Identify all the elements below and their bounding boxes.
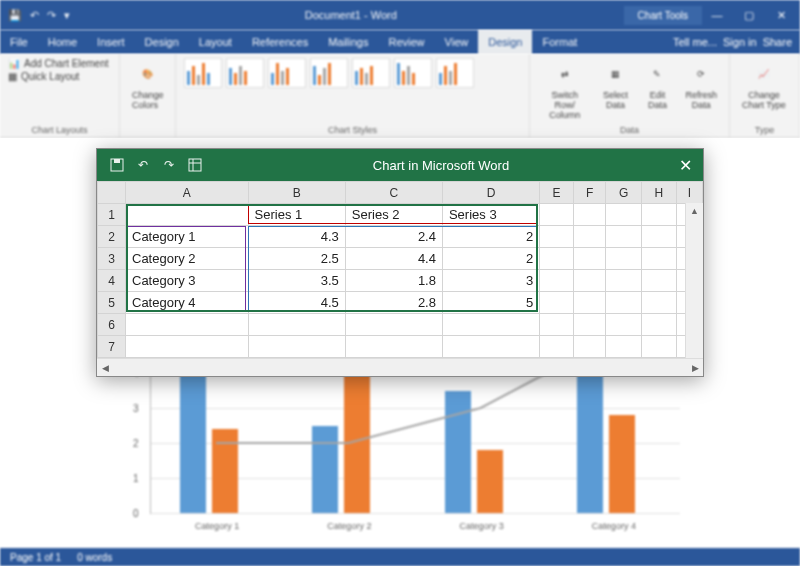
- chart-style-4[interactable]: [310, 58, 348, 88]
- bar[interactable]: [344, 359, 370, 513]
- page-indicator[interactable]: Page 1 of 1: [10, 552, 61, 563]
- cell[interactable]: [540, 226, 574, 248]
- cell[interactable]: [642, 248, 677, 270]
- scroll-left-icon[interactable]: ◀: [97, 360, 113, 376]
- cell[interactable]: [642, 270, 677, 292]
- switch-row-column-button[interactable]: ⇄Switch Row/ Column: [538, 58, 591, 122]
- cell[interactable]: [606, 226, 642, 248]
- scroll-right-icon[interactable]: ▶: [687, 360, 703, 376]
- column-header[interactable]: E: [540, 182, 574, 204]
- bar[interactable]: [180, 363, 206, 514]
- tab-layout[interactable]: Layout: [189, 30, 242, 54]
- row-header[interactable]: 3: [98, 248, 126, 270]
- cell[interactable]: 2: [442, 226, 539, 248]
- column-header[interactable]: G: [606, 182, 642, 204]
- cell[interactable]: Category 1: [126, 226, 249, 248]
- tab-home[interactable]: Home: [38, 30, 87, 54]
- cell[interactable]: Series 3: [442, 204, 539, 226]
- cell[interactable]: 4.4: [345, 248, 442, 270]
- column-header[interactable]: H: [642, 182, 677, 204]
- row-header[interactable]: 5: [98, 292, 126, 314]
- share-button[interactable]: Share: [763, 36, 792, 48]
- cell[interactable]: [540, 204, 574, 226]
- maximize-button[interactable]: ▢: [734, 4, 764, 26]
- row-header[interactable]: 2: [98, 226, 126, 248]
- cell[interactable]: 2.4: [345, 226, 442, 248]
- horizontal-scrollbar[interactable]: ◀ ▶: [97, 358, 703, 376]
- tab-insert[interactable]: Insert: [87, 30, 135, 54]
- row-header[interactable]: 4: [98, 270, 126, 292]
- scroll-up-icon[interactable]: ▲: [686, 203, 703, 219]
- cell[interactable]: [345, 314, 442, 336]
- cell[interactable]: [606, 248, 642, 270]
- cell[interactable]: [573, 292, 606, 314]
- cell[interactable]: [573, 314, 606, 336]
- cell[interactable]: 2.5: [248, 248, 345, 270]
- change-colors-button[interactable]: 🎨Change Colors: [128, 58, 168, 112]
- chart-style-2[interactable]: [226, 58, 264, 88]
- cell[interactable]: [606, 336, 642, 358]
- tab-references[interactable]: References: [242, 30, 318, 54]
- cell[interactable]: [642, 204, 677, 226]
- cell[interactable]: [540, 270, 574, 292]
- tab-design-doc[interactable]: Design: [135, 30, 189, 54]
- row-header[interactable]: 6: [98, 314, 126, 336]
- edit-data-button[interactable]: ✎Edit Data: [639, 58, 675, 112]
- excel-save-icon[interactable]: [109, 157, 125, 173]
- row-header[interactable]: 1: [98, 204, 126, 226]
- cell[interactable]: 3.5: [248, 270, 345, 292]
- column-header[interactable]: I: [676, 182, 702, 204]
- cell[interactable]: [642, 314, 677, 336]
- column-header[interactable]: C: [345, 182, 442, 204]
- row-header[interactable]: 7: [98, 336, 126, 358]
- undo-icon[interactable]: ↶: [30, 9, 39, 22]
- close-button[interactable]: ✕: [766, 4, 796, 26]
- cell[interactable]: [442, 314, 539, 336]
- cell[interactable]: [540, 336, 574, 358]
- cell[interactable]: [573, 336, 606, 358]
- cell[interactable]: [606, 314, 642, 336]
- cell[interactable]: [573, 226, 606, 248]
- cell[interactable]: Category 4: [126, 292, 249, 314]
- cell[interactable]: [573, 204, 606, 226]
- tell-me-search[interactable]: Tell me...: [673, 36, 717, 48]
- cell[interactable]: Series 1: [248, 204, 345, 226]
- cell[interactable]: [442, 336, 539, 358]
- excel-redo-icon[interactable]: ↷: [161, 157, 177, 173]
- cell[interactable]: 1.8: [345, 270, 442, 292]
- chart-style-3[interactable]: [268, 58, 306, 88]
- excel-undo-icon[interactable]: ↶: [135, 157, 151, 173]
- cell[interactable]: [606, 292, 642, 314]
- tab-view[interactable]: View: [435, 30, 479, 54]
- cell[interactable]: 5: [442, 292, 539, 314]
- bar[interactable]: [577, 356, 603, 514]
- vertical-scrollbar[interactable]: ▲: [685, 203, 703, 358]
- cell[interactable]: [126, 314, 249, 336]
- column-header[interactable]: B: [248, 182, 345, 204]
- bar[interactable]: [609, 415, 635, 513]
- refresh-data-button[interactable]: ⟳Refresh Data: [681, 58, 721, 112]
- redo-icon[interactable]: ↷: [47, 9, 56, 22]
- excel-close-button[interactable]: ✕: [667, 149, 703, 181]
- chart-style-7[interactable]: [436, 58, 474, 88]
- tab-design[interactable]: Design: [478, 30, 532, 54]
- cell[interactable]: [606, 204, 642, 226]
- chart-style-1[interactable]: [184, 58, 222, 88]
- cell[interactable]: [642, 292, 677, 314]
- cell[interactable]: [126, 336, 249, 358]
- select-all-corner[interactable]: [98, 182, 126, 204]
- spreadsheet-grid[interactable]: ABCDEFGHI1Series 1Series 2Series 32Categ…: [97, 181, 703, 358]
- cell[interactable]: 4.5: [248, 292, 345, 314]
- cell[interactable]: [642, 226, 677, 248]
- cell[interactable]: 2.8: [345, 292, 442, 314]
- cell[interactable]: [345, 336, 442, 358]
- add-chart-element-button[interactable]: 📊Add Chart Element: [8, 58, 109, 69]
- column-header[interactable]: F: [573, 182, 606, 204]
- qat-more-icon[interactable]: ▾: [64, 9, 70, 22]
- tab-file[interactable]: File: [0, 30, 38, 54]
- cell[interactable]: [540, 248, 574, 270]
- select-data-button[interactable]: ▦Select Data: [597, 58, 633, 112]
- save-icon[interactable]: 💾: [8, 9, 22, 22]
- cell[interactable]: [540, 292, 574, 314]
- tab-format[interactable]: Format: [532, 30, 587, 54]
